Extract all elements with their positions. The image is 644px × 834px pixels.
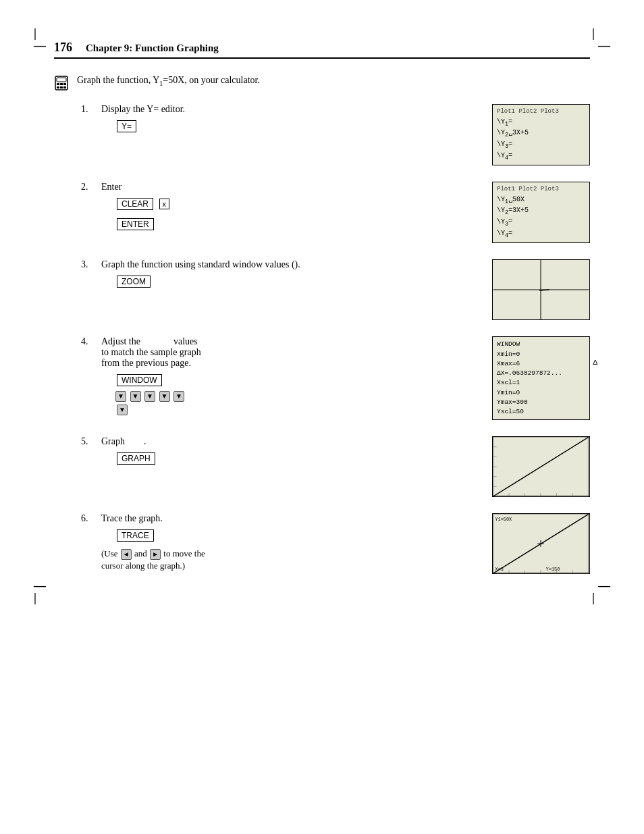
step-1: 1. Display the Y= editor. Y= Plot1 Plot2… (81, 104, 590, 165)
svg-line-11 (539, 290, 549, 290)
delta-symbol: Δ (593, 357, 597, 369)
step-5-screen (492, 436, 590, 497)
screen-1-line1: \Y1= (497, 118, 585, 129)
screen-1-line4: \Y4= (497, 151, 585, 163)
svg-rect-5 (57, 86, 59, 88)
step-5-text: Graph . (101, 436, 479, 447)
screen-5 (492, 436, 590, 497)
step-2-number: 2. (81, 182, 101, 192)
window-line-dx: ΔX=.0638297872... (497, 369, 585, 378)
corner-mark-tl: |— (34, 27, 46, 51)
calculator-icon (54, 76, 69, 90)
step-5-content: Graph . GRAPH (101, 436, 479, 466)
step-2-keys: CLEAR x (115, 197, 479, 211)
step-1-number: 1. (81, 104, 101, 115)
step-1-content: Display the Y= editor. Y= (101, 104, 479, 134)
step-5: 5. Graph . GRAPH (81, 436, 590, 497)
step-4-screen: WINDOW Xmin=0 Xmax=6 ΔX=.0638297872... X… (492, 336, 590, 420)
step-6-keys: TRACE (115, 528, 479, 543)
window-key: WINDOW (117, 374, 162, 386)
arrow-down-2: ▼ (130, 391, 141, 402)
left-arrow-key: ◄ (121, 549, 132, 560)
step-4-keys: WINDOW (115, 373, 479, 388)
step-1-screen: Plot1 Plot2 Plot3 \Y1= \Y2␣3X+5 \Y3= \Y4… (492, 104, 590, 165)
right-arrow-key: ► (150, 549, 161, 560)
step-3-text: Graph the function using standard window… (101, 259, 479, 270)
graph-3-svg (493, 260, 589, 319)
arrow-down-4: ▼ (159, 391, 170, 402)
step-2-screen: Plot1 Plot2 Plot3 \Y1␣50X \Y2=3X+5 \Y3= … (492, 182, 590, 243)
step-4-arrow-keys: ▼ ▼ ▼ ▼ ▼ ▼ (115, 390, 479, 416)
arrow-down-6: ▼ (117, 405, 128, 415)
chapter-title: Chapter 9: Function Graphing (86, 43, 219, 54)
graph-5-svg (493, 437, 589, 496)
screen-2-line2: \Y2=3X+5 (497, 206, 585, 217)
step-3-screen (492, 259, 590, 320)
clear-key: CLEAR (117, 198, 153, 210)
screen-2-line1: \Y1␣50X (497, 195, 585, 207)
window-line-xmax: Xmax=6 (497, 359, 585, 369)
screen-1: Plot1 Plot2 Plot3 \Y1= \Y2␣3X+5 \Y3= \Y4… (492, 104, 590, 165)
svg-rect-4 (63, 83, 66, 85)
page-number: 176 (54, 41, 72, 55)
y-equals-key: Y= (117, 120, 136, 132)
step-5-number: 5. (81, 436, 101, 447)
graph-6-svg: Y1=50X X=3 Y=150 (493, 514, 589, 573)
svg-text:Y=150: Y=150 (546, 567, 560, 573)
step-6-screen: Y1=50X X=3 Y=150 (492, 513, 590, 574)
arrow-down-3: ▼ (144, 391, 155, 402)
x-key: x (159, 199, 170, 209)
window-line-title: WINDOW (497, 340, 585, 349)
window-line-ymax: Ymax=300 (497, 398, 585, 407)
step-4-number: 4. (81, 336, 101, 347)
step-1-keys: Y= (115, 119, 479, 134)
screen-1-line3: \Y3= (497, 140, 585, 151)
screen-2-header: Plot1 Plot2 Plot3 (497, 185, 585, 194)
step-3-number: 3. (81, 259, 101, 270)
svg-rect-2 (57, 83, 59, 85)
screen-2: Plot1 Plot2 Plot3 \Y1␣50X \Y2=3X+5 \Y3= … (492, 182, 590, 243)
graph-key: GRAPH (117, 452, 155, 465)
step-4: 4. Adjust the valuesto match the sample … (81, 336, 590, 420)
screen-3 (492, 259, 590, 320)
page-header: 176 Chapter 9: Function Graphing (54, 41, 590, 59)
svg-text:Y1=50X: Y1=50X (495, 517, 512, 522)
arrow-down-5: ▼ (173, 391, 184, 402)
step-6-text: Trace the graph. (101, 513, 479, 524)
screen-2-line4: \Y4= (497, 229, 585, 240)
step-1-text: Display the Y= editor. (101, 104, 479, 115)
zoom-key: ZOOM (117, 276, 151, 288)
screen-1-header: Plot1 Plot2 Plot3 (497, 107, 585, 116)
step-6-number: 6. (81, 513, 101, 524)
enter-key: ENTER (117, 218, 154, 230)
corner-mark-tr: | — (592, 27, 610, 51)
trace-key: TRACE (117, 529, 154, 542)
step-2-text: Enter (101, 182, 479, 192)
svg-rect-1 (57, 78, 66, 82)
step-4-content: Adjust the valuesto match the sample gra… (101, 336, 479, 416)
svg-rect-3 (60, 83, 63, 85)
step-3: 3. Graph the function using standard win… (81, 259, 590, 320)
intro-text: Graph the function, Y1=50X, on your calc… (77, 75, 260, 87)
window-line-xmin: Xmin=0 (497, 350, 585, 359)
step-5-keys: GRAPH (115, 451, 479, 466)
screen-1-line2: \Y2␣3X+5 (497, 128, 585, 140)
step-2: 2. Enter CLEAR x ENTER Plot1 Plot2 Plot3… (81, 182, 590, 243)
step-6-content: Trace the graph. TRACE (Use ◄ and ► to m… (101, 513, 479, 571)
svg-rect-7 (63, 86, 66, 88)
steps-container: 1. Display the Y= editor. Y= Plot1 Plot2… (81, 104, 590, 574)
svg-rect-6 (60, 86, 63, 88)
step-6-note: (Use ◄ and ► to move thecursor along the… (101, 548, 479, 571)
step-2-content: Enter CLEAR x ENTER (101, 182, 479, 232)
screen-4: WINDOW Xmin=0 Xmax=6 ΔX=.0638297872... X… (492, 336, 590, 420)
page: |— | — —| —| 176 Chapter 9: Function Gra… (0, 0, 644, 631)
window-line-xscl: Xscl=1 (497, 378, 585, 388)
step-3-content: Graph the function using standard window… (101, 259, 479, 289)
arrow-down-1: ▼ (115, 391, 126, 402)
screen-6: Y1=50X X=3 Y=150 (492, 513, 590, 574)
corner-mark-br: —| (592, 579, 610, 604)
svg-text:X=3: X=3 (495, 567, 504, 573)
intro-line: Graph the function, Y1=50X, on your calc… (54, 75, 590, 90)
step-3-keys: ZOOM (115, 274, 479, 289)
step-6: 6. Trace the graph. TRACE (Use ◄ and ► t… (81, 513, 590, 574)
